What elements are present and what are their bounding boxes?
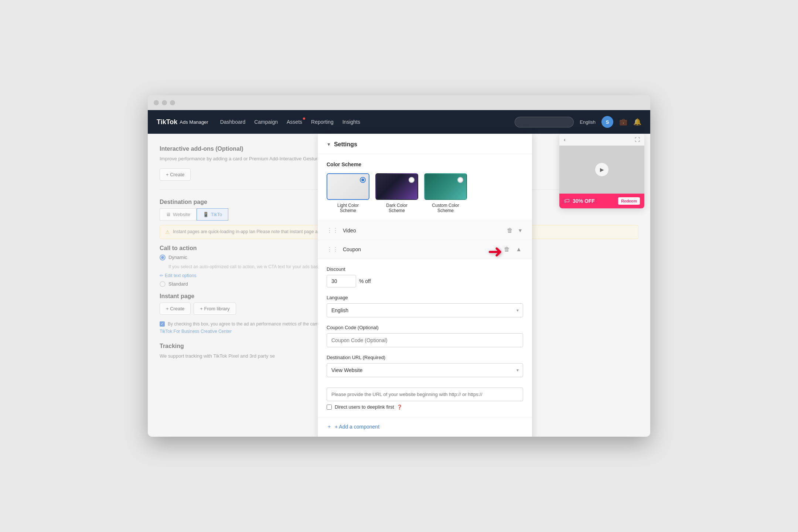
tab-tiktok[interactable]: 📱 TikTo [197, 208, 229, 221]
discount-suffix: % off [359, 278, 371, 284]
nav-bell-icon[interactable]: 🔔 [633, 118, 641, 126]
destination-url-select[interactable]: View Website App [327, 363, 523, 377]
color-option-dark[interactable]: Dark ColorScheme [375, 173, 418, 213]
language-label: Language [327, 295, 523, 300]
edit-text-label: Edit text options [165, 273, 196, 278]
nav-logo: TikTok Ads Manager [157, 118, 208, 126]
settings-arrow-icon: ▼ [327, 142, 331, 147]
tab-website[interactable]: 🖥 Website [160, 208, 197, 221]
custom-swatch [424, 173, 467, 200]
light-radio [360, 177, 366, 183]
website-label: Website [173, 212, 190, 217]
nav-link-reporting[interactable]: Reporting [311, 119, 334, 125]
tiktok-tab-label: TikTo [211, 212, 222, 217]
deeplink-row: Direct users to deeplink first ❓ [327, 404, 523, 410]
coupon-actions: 🗑 ▲ [502, 245, 523, 254]
coupon-panel: Discount % off Language English Chinese … [318, 259, 532, 417]
coupon-delete-btn[interactable]: 🗑 [502, 245, 511, 254]
language-select-wrapper: English Chinese Spanish ▾ [327, 303, 523, 317]
deeplink-help-icon[interactable]: ❓ [397, 405, 402, 410]
coupon-toggle-btn[interactable]: ▲ [514, 245, 523, 254]
warning-icon: ⚠ [165, 229, 170, 235]
video-delete-btn[interactable]: 🗑 [505, 226, 514, 235]
preview-panel: ‹ ⛶ ▶ 🏷 30% OFF Redeem [559, 134, 644, 208]
preview-coupon: 🏷 30% OFF Redeem [559, 194, 644, 208]
coupon-code-input[interactable] [327, 333, 523, 347]
mac-minimize-btn[interactable] [162, 100, 167, 105]
tiktok-tab-icon: 📱 [203, 212, 209, 217]
dark-swatch [375, 173, 418, 200]
coupon-component-name: Coupon [343, 246, 502, 252]
mac-maximize-btn[interactable] [170, 100, 175, 105]
panel-content: ▼ Settings Color Scheme Light ColorSchem… [318, 134, 532, 437]
nav-link-insights[interactable]: Insights [342, 119, 360, 125]
dark-radio [409, 177, 415, 183]
deeplink-checkbox[interactable] [327, 405, 332, 410]
edit-icon: ✏ [160, 273, 163, 278]
dynamic-label: Dynamic [168, 255, 187, 260]
color-option-light[interactable]: Light ColorScheme [327, 173, 369, 213]
settings-header: ▼ Settings [318, 134, 532, 154]
video-component-name: Video [343, 228, 505, 233]
custom-radio [457, 177, 463, 183]
settings-panel: ▼ Settings Color Scheme Light ColorSchem… [318, 134, 532, 437]
nav-bar: TikTok Ads Manager Dashboard Campaign As… [148, 110, 650, 134]
destination-url-select-wrapper: View Website App ▾ [327, 363, 523, 377]
mac-window: TikTok Ads Manager Dashboard Campaign As… [148, 95, 650, 437]
redeem-button[interactable]: Redeem [618, 197, 640, 205]
discount-row: % off [327, 275, 523, 287]
red-arrow-indicator: ➜ [488, 241, 502, 262]
settings-label: Settings [334, 141, 357, 148]
coupon-tag-icon: 🏷 [564, 198, 570, 204]
custom-label: Custom ColorScheme [432, 203, 459, 213]
mac-titlebar [148, 95, 650, 110]
nav-link-dashboard[interactable]: Dashboard [220, 119, 246, 125]
video-actions: 🗑 ▾ [505, 225, 523, 235]
coupon-code-label: Coupon Code (Optional) [327, 325, 523, 330]
preview-back-icon[interactable]: ‹ [564, 137, 566, 143]
coupon-discount-text: 30% OFF [573, 198, 615, 204]
add-component-label: + Add a component [335, 424, 379, 430]
url-input[interactable] [327, 388, 523, 401]
color-scheme-section: Color Scheme Light ColorScheme [318, 154, 532, 221]
website-icon: 🖥 [166, 212, 171, 217]
video-toggle-btn[interactable]: ▾ [517, 225, 523, 235]
video-component-row[interactable]: ⋮⋮ Video 🗑 ▾ [318, 221, 532, 240]
color-scheme-label: Color Scheme [327, 161, 523, 167]
color-option-custom[interactable]: Custom ColorScheme [424, 173, 467, 213]
nav-link-assets[interactable]: Assets [287, 119, 302, 125]
dynamic-radio [160, 255, 166, 260]
agreement-checkbox[interactable]: ✓ [160, 321, 165, 327]
standard-label: Standard [168, 281, 188, 287]
create-instant-button[interactable]: + Create [160, 303, 191, 315]
discount-label: Discount [327, 266, 523, 272]
deeplink-label: Direct users to deeplink first [335, 404, 394, 410]
coupon-drag-handle[interactable]: ⋮⋮ [327, 246, 338, 253]
add-component-row[interactable]: ＋ + Add a component [318, 417, 532, 436]
light-swatch [327, 173, 369, 200]
add-component-plus-icon: ＋ [327, 423, 332, 430]
from-library-button[interactable]: + From library [194, 303, 236, 315]
preview-expand-icon[interactable]: ⛶ [635, 137, 640, 143]
dark-label: Dark ColorScheme [386, 203, 407, 213]
color-options: Light ColorScheme Dark ColorScheme [327, 173, 523, 213]
nav-lang[interactable]: English [580, 119, 596, 125]
light-label: Light ColorScheme [337, 203, 359, 213]
nav-right: English S 💼 🔔 [515, 116, 641, 128]
preview-media: ▶ [559, 146, 644, 194]
video-drag-handle[interactable]: ⋮⋮ [327, 227, 338, 234]
destination-url-label: Destination URL (Required) [327, 355, 523, 360]
nav-search-input[interactable] [515, 117, 574, 127]
nav-briefcase-icon[interactable]: 💼 [619, 118, 627, 126]
create-button[interactable]: + Create [160, 168, 191, 181]
nav-links: Dashboard Campaign Assets Reporting Insi… [220, 119, 503, 125]
page-body: Interactive add-ons (Optional) Improve p… [148, 134, 650, 437]
mac-close-btn[interactable] [154, 100, 159, 105]
play-button[interactable]: ▶ [595, 163, 608, 176]
discount-input[interactable] [327, 275, 356, 287]
preview-header: ‹ ⛶ [559, 134, 644, 146]
nav-logo-sub: Ads Manager [180, 119, 208, 125]
nav-link-campaign[interactable]: Campaign [254, 119, 278, 125]
language-select[interactable]: English Chinese Spanish [327, 303, 523, 317]
nav-avatar: S [601, 116, 613, 128]
